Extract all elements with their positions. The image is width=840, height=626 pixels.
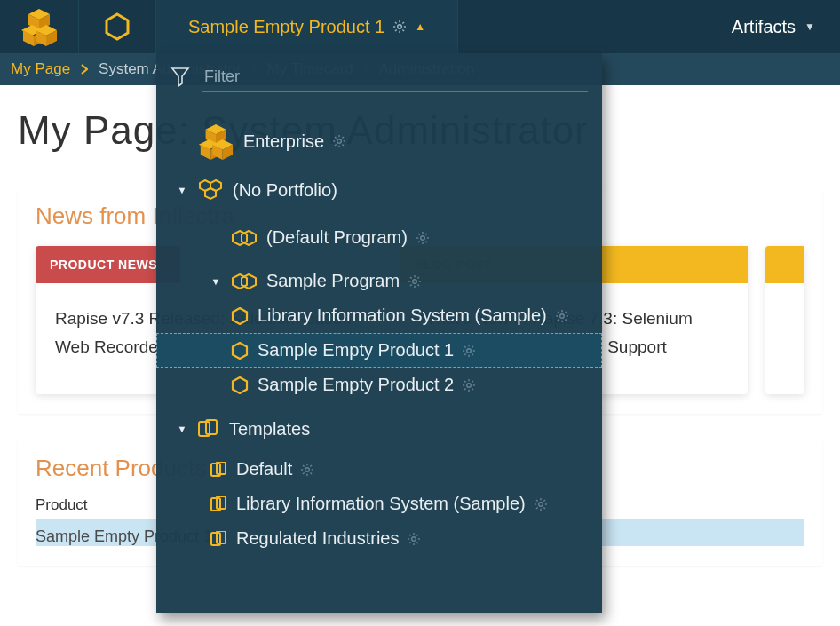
gear-icon[interactable] xyxy=(333,135,345,147)
dropdown-item-label: Sample Empty Product 1 xyxy=(258,340,454,361)
template-icon xyxy=(210,462,227,478)
artifacts-label: Artifacts xyxy=(732,17,796,37)
breadcrumb-label: My Page xyxy=(11,60,70,78)
dropdown-item-label: Templates xyxy=(229,419,310,440)
caret-down-icon[interactable]: ▼ xyxy=(176,424,188,434)
gear-icon[interactable] xyxy=(301,464,313,476)
product-selector-label: Sample Empty Product 1 xyxy=(188,17,384,37)
artifacts-menu[interactable]: Artifacts ▼ xyxy=(707,0,840,53)
app-logo[interactable] xyxy=(0,0,78,53)
dropdown-filter-input[interactable] xyxy=(202,62,588,92)
news-card-tag xyxy=(765,246,804,283)
caret-up-icon: ▲ xyxy=(415,20,425,33)
gear-icon[interactable] xyxy=(463,345,475,357)
dropdown-enterprise[interactable]: Enterprise xyxy=(156,115,602,167)
gear-icon xyxy=(393,20,406,33)
dropdown-item-templates[interactable]: ▼Templates xyxy=(156,411,602,447)
product-icon xyxy=(231,342,249,360)
template-icon xyxy=(210,531,227,547)
filter-icon xyxy=(170,67,190,88)
dropdown-item-product[interactable]: Sample Empty Product 1 xyxy=(156,333,602,368)
dropdown-item-label: Enterprise xyxy=(243,131,324,152)
dropdown-item-label: Sample Program xyxy=(266,271,400,291)
program-icon xyxy=(231,230,258,246)
product-icon xyxy=(231,307,249,325)
dropdown-item-product[interactable]: Library Information System (Sample) xyxy=(156,298,602,333)
dropdown-item-template[interactable]: Default xyxy=(156,452,602,487)
dropdown-item-template[interactable]: Regulated Industries xyxy=(156,521,602,556)
product-icon xyxy=(231,376,249,394)
dropdown-item-label: (No Portfolio) xyxy=(233,180,337,201)
dropdown-item-program[interactable]: ▼Sample Program xyxy=(156,264,602,298)
caret-down-icon[interactable]: ▼ xyxy=(210,276,222,287)
dropdown-item-template[interactable]: Library Information System (Sample) xyxy=(156,487,602,521)
dropdown-item-product[interactable]: Sample Empty Product 2 xyxy=(156,368,602,402)
gear-icon[interactable] xyxy=(408,533,420,545)
gear-icon[interactable] xyxy=(535,498,547,511)
program-icon xyxy=(231,273,258,289)
enterprise-logo-icon xyxy=(20,7,59,46)
caret-down-icon[interactable]: ▼ xyxy=(176,185,188,195)
template-icon xyxy=(210,496,227,512)
portfolio-icon xyxy=(197,179,224,201)
product-selector[interactable]: Sample Empty Product 1 ▲ xyxy=(156,0,458,53)
dropdown-item-label: Sample Empty Product 2 xyxy=(258,375,454,395)
caret-down-icon: ▼ xyxy=(804,20,815,33)
dropdown-filter-row xyxy=(156,57,602,96)
gear-icon[interactable] xyxy=(408,275,421,288)
gear-icon[interactable] xyxy=(416,232,429,244)
topbar-spacer xyxy=(458,0,707,53)
templates-icon xyxy=(197,418,220,440)
chevron-right-icon xyxy=(81,64,88,75)
dropdown-item-portfolio[interactable]: ▼(No Portfolio) xyxy=(156,172,602,208)
dropdown-item-label: Library Information System (Sample) xyxy=(258,305,547,326)
gear-icon[interactable] xyxy=(556,310,568,322)
dropdown-item-program[interactable]: (Default Program) xyxy=(156,220,602,255)
hexagon-icon xyxy=(103,12,131,41)
news-card-partial[interactable] xyxy=(765,246,804,394)
dropdown-item-label: Library Information System (Sample) xyxy=(236,494,526,514)
product-home-button[interactable] xyxy=(78,0,156,53)
top-bar: Sample Empty Product 1 ▲ Artifacts ▼ xyxy=(0,0,840,53)
dropdown-item-label: (Default Program) xyxy=(266,227,408,248)
enterprise-icon xyxy=(197,123,234,160)
product-dropdown: Enterprise ▼(No Portfolio)(Default Progr… xyxy=(156,53,602,613)
dropdown-item-label: Default xyxy=(236,459,292,479)
breadcrumb-item-mypage[interactable]: My Page xyxy=(11,60,88,78)
gear-icon[interactable] xyxy=(463,379,475,392)
dropdown-item-label: Regulated Industries xyxy=(236,528,399,549)
